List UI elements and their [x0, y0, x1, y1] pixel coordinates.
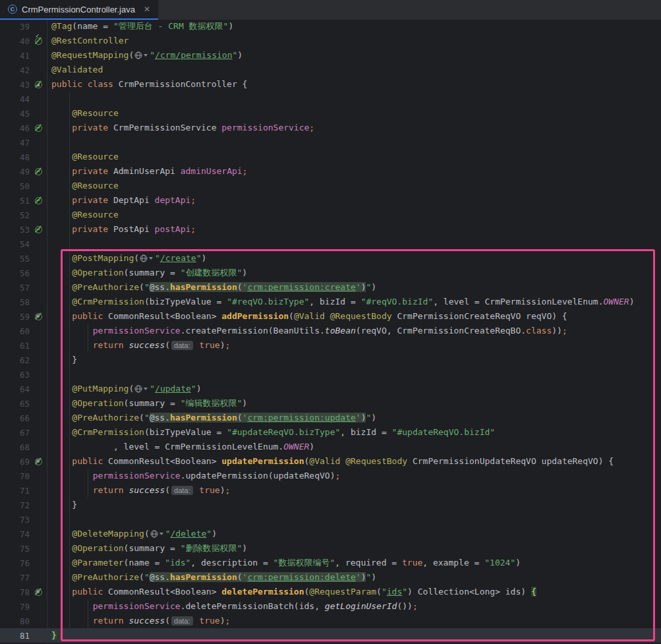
code-line[interactable]: 74 @DeleteMapping("/delete")	[0, 527, 661, 541]
code-line[interactable]: 60 permissionService.createPermission(Be…	[0, 324, 661, 338]
code-line[interactable]: 71 return success(data: true);	[0, 483, 661, 498]
code-line[interactable]: 40@RestController	[0, 34, 661, 48]
code-line[interactable]: 61 return success(data: true);	[0, 338, 661, 353]
code-line[interactable]: 63	[0, 367, 661, 382]
line-number[interactable]: 63	[0, 370, 30, 380]
spring-bean-arrow-icon[interactable]	[30, 125, 47, 132]
code-line[interactable]: 39@Tag(name = "管理后台 - CRM 数据权限")	[0, 19, 661, 34]
line-number[interactable]: 67	[0, 428, 30, 438]
line-number[interactable]: 55	[0, 254, 30, 264]
line-number[interactable]: 72	[0, 500, 30, 510]
chevron-down-icon[interactable]	[159, 533, 163, 535]
code-editor[interactable]: 39@Tag(name = "管理后台 - CRM 数据权限")40@RestC…	[0, 19, 661, 643]
line-number[interactable]: 69	[0, 457, 30, 467]
line-number[interactable]: 44	[0, 94, 30, 104]
line-number[interactable]: 77	[0, 573, 30, 583]
code-line[interactable]: 67 @CrmPermission(bizTypeValue = "#updat…	[0, 425, 661, 440]
line-number[interactable]: 59	[0, 312, 30, 322]
http-endpoint-globe-icon[interactable]	[134, 385, 142, 393]
code-line[interactable]: 57 @PreAuthorize("@ss.hasPermission('crm…	[0, 280, 661, 295]
line-number[interactable]: 45	[0, 109, 30, 119]
line-number[interactable]: 75	[0, 544, 30, 554]
code-line[interactable]: 47	[0, 135, 661, 150]
line-number[interactable]: 66	[0, 413, 30, 423]
http-endpoint-globe-icon[interactable]	[140, 254, 148, 262]
line-number[interactable]: 61	[0, 341, 30, 351]
spring-bean-arrow-icon[interactable]	[30, 197, 47, 204]
tab-file[interactable]: C CrmPermissionController.java ✕	[0, 0, 158, 20]
code-line[interactable]: 65 @Operation(summary = "编辑数据权限")	[0, 396, 661, 411]
line-number[interactable]: 62	[0, 355, 30, 365]
line-number[interactable]: 43	[0, 80, 30, 90]
code-line[interactable]: 43public class CrmPermissionController {	[0, 77, 661, 92]
line-number[interactable]: 52	[0, 210, 30, 220]
code-line[interactable]: 69 public CommonResult<Boolean> updatePe…	[0, 454, 661, 469]
code-line[interactable]: 80 return success(data: true);	[0, 614, 661, 628]
line-number[interactable]: 79	[0, 602, 30, 612]
line-number[interactable]: 60	[0, 326, 30, 336]
code-line[interactable]: 49 private AdminUserApi adminUserApi;	[0, 164, 661, 179]
line-number[interactable]: 81	[0, 631, 30, 641]
code-line[interactable]: 76 @Parameter(name = "ids", description …	[0, 556, 661, 570]
line-number[interactable]: 41	[0, 51, 30, 61]
line-number[interactable]: 56	[0, 268, 30, 278]
code-line[interactable]: 52 @Resource	[0, 208, 661, 222]
line-number[interactable]: 42	[0, 65, 30, 75]
line-number[interactable]: 70	[0, 471, 30, 481]
code-line[interactable]: 59 public CommonResult<Boolean> addPermi…	[0, 309, 661, 324]
line-number[interactable]: 50	[0, 181, 30, 191]
code-line[interactable]: 78 public CommonResult<Boolean> deletePe…	[0, 585, 661, 599]
code-line[interactable]: 68 , level = CrmPermissionLevelEnum.OWNE…	[0, 440, 661, 454]
code-line[interactable]: 77 @PreAuthorize("@ss.hasPermission('crm…	[0, 570, 661, 585]
line-number[interactable]: 46	[0, 123, 30, 133]
line-number[interactable]: 47	[0, 138, 30, 148]
line-number[interactable]: 53	[0, 225, 30, 235]
code-line[interactable]: 53 private PostApi postApi;	[0, 222, 661, 237]
code-line[interactable]: 46 private CrmPermissionService permissi…	[0, 121, 661, 135]
spring-bean-dot-icon[interactable]	[30, 458, 47, 465]
line-number[interactable]: 49	[0, 167, 30, 177]
line-number[interactable]: 39	[0, 22, 30, 32]
code-line[interactable]: 45 @Resource	[0, 106, 661, 121]
line-number[interactable]: 68	[0, 442, 30, 452]
code-line[interactable]: 41@RequestMapping("/crm/permission")	[0, 48, 661, 63]
code-line[interactable]: 73	[0, 512, 661, 527]
code-line[interactable]: 66 @PreAuthorize("@ss.hasPermission('crm…	[0, 411, 661, 425]
spring-bean-class-icon[interactable]	[30, 81, 47, 88]
line-number[interactable]: 58	[0, 297, 30, 307]
line-number[interactable]: 51	[0, 196, 30, 206]
chevron-down-icon[interactable]	[149, 257, 153, 260]
spring-bean-arrow-icon[interactable]	[30, 226, 47, 233]
http-endpoint-globe-icon[interactable]	[150, 530, 158, 538]
http-endpoint-globe-icon[interactable]	[134, 51, 142, 59]
code-line[interactable]: 42@Validated	[0, 63, 661, 77]
code-line[interactable]: 62 }	[0, 353, 661, 367]
close-icon[interactable]: ✕	[144, 5, 150, 14]
line-number[interactable]: 64	[0, 384, 30, 394]
line-number[interactable]: 40	[0, 36, 30, 46]
code-line[interactable]: 70 permissionService.updatePermission(up…	[0, 469, 661, 483]
chevron-down-icon[interactable]	[144, 54, 148, 57]
spring-bean-arrow-icon[interactable]	[30, 168, 47, 175]
line-number[interactable]: 65	[0, 399, 30, 409]
line-number[interactable]: 78	[0, 587, 30, 597]
code-line[interactable]: 54	[0, 237, 661, 251]
line-number[interactable]: 74	[0, 529, 30, 539]
line-number[interactable]: 57	[0, 283, 30, 293]
line-number[interactable]: 54	[0, 239, 30, 249]
spring-bean-check-icon[interactable]	[30, 38, 47, 45]
spring-bean-dot-icon[interactable]	[30, 589, 47, 596]
code-line[interactable]: 48 @Resource	[0, 150, 661, 164]
code-line[interactable]: 50 @Resource	[0, 179, 661, 193]
code-line[interactable]: 56 @Operation(summary = "创建数据权限")	[0, 266, 661, 280]
code-line[interactable]: 51 private DeptApi deptApi;	[0, 193, 661, 208]
code-line[interactable]: 75 @Operation(summary = "删除数据权限")	[0, 541, 661, 556]
code-line[interactable]: 55 @PostMapping("/create")	[0, 251, 661, 266]
code-line[interactable]: 58 @CrmPermission(bizTypeValue = "#reqVO…	[0, 295, 661, 309]
line-number[interactable]: 48	[0, 152, 30, 162]
line-number[interactable]: 80	[0, 616, 30, 626]
code-line[interactable]: 79 permissionService.deletePermissionBat…	[0, 599, 661, 614]
line-number[interactable]: 71	[0, 486, 30, 496]
code-line[interactable]: 81}	[0, 628, 661, 643]
line-number[interactable]: 73	[0, 515, 30, 525]
